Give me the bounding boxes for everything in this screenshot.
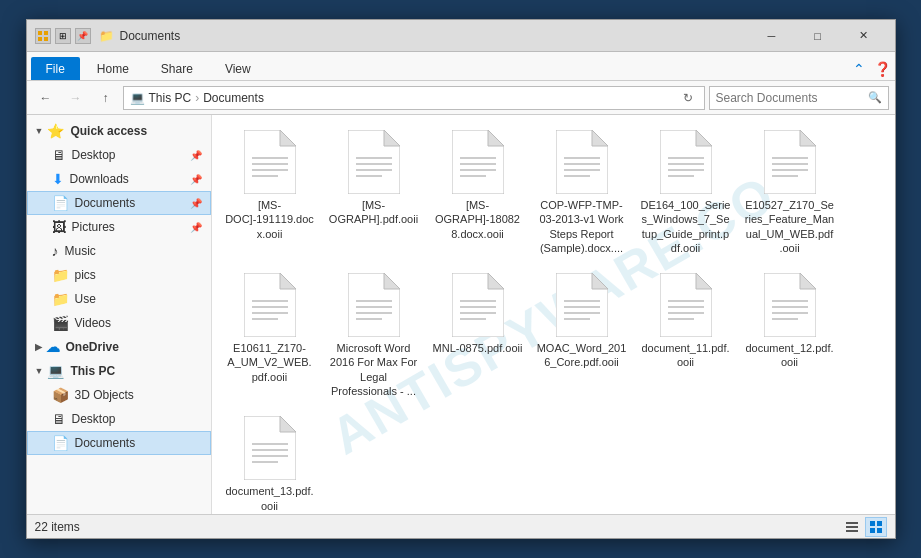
file-icon (452, 130, 504, 194)
search-icon: 🔍 (868, 91, 882, 104)
list-item[interactable]: document_11.pdf.ooii (636, 266, 736, 405)
sidebar-item-use[interactable]: 📁 Use (27, 287, 211, 311)
svg-rect-3 (44, 37, 48, 41)
svg-marker-29 (696, 130, 712, 146)
content-area: ANTISPYWARE.CO [MS-DOC]-191119.docx.ooii… (212, 115, 895, 514)
search-input[interactable] (716, 91, 864, 105)
list-item[interactable]: [MS-OGRAPH].pdf.ooii (324, 123, 424, 262)
sidebar-item-3dobjects[interactable]: 📦 3D Objects (27, 383, 211, 407)
thispc-header[interactable]: ▼ 💻 This PC (27, 359, 211, 383)
file-icon (348, 273, 400, 337)
file-icon (244, 130, 296, 194)
window-title: Documents (120, 29, 181, 43)
up-button[interactable]: ↑ (93, 86, 119, 110)
list-item[interactable]: Microsoft Word 2016 For Max For Legal Pr… (324, 266, 424, 405)
file-name: MNL-0875.pdf.ooii (433, 341, 523, 355)
explorer-window: ⊞ 📌 📁 Documents ─ □ ✕ File Home Share Vi… (26, 19, 896, 539)
thispc-label: This PC (70, 364, 115, 378)
file-name: document_11.pdf.ooii (641, 341, 731, 370)
desktop2-icon: 🖥 (52, 411, 66, 427)
pin-icon-4: 📌 (190, 222, 202, 233)
file-icon (348, 130, 400, 194)
list-item[interactable]: [MS-DOC]-191119.docx.ooii (220, 123, 320, 262)
onedrive-label: OneDrive (66, 340, 119, 354)
breadcrumb-icon: 💻 (130, 91, 145, 105)
minimize-button[interactable]: ─ (749, 20, 795, 52)
list-item[interactable]: MOAC_Word_2016_Core.pdf.ooii (532, 266, 632, 405)
sidebar-item-desktop2[interactable]: 🖥 Desktop (27, 407, 211, 431)
item-count: 22 items (35, 520, 80, 534)
maximize-button[interactable]: □ (795, 20, 841, 52)
file-icon (244, 416, 296, 480)
list-item[interactable]: [MS-OGRAPH]-180828.docx.ooii (428, 123, 528, 262)
list-item[interactable]: MNL-0875.pdf.ooii (428, 266, 528, 405)
pin-icon-2: 📌 (190, 174, 202, 185)
svg-marker-59 (592, 273, 608, 289)
file-icon (764, 273, 816, 337)
large-icons-view-button[interactable] (865, 517, 887, 537)
onedrive-header[interactable]: ▶ ☁ OneDrive (27, 335, 211, 359)
onedrive-chevron: ▶ (35, 342, 42, 352)
svg-rect-85 (870, 521, 875, 526)
sidebar-item-documents2[interactable]: 📄 Documents (27, 431, 211, 455)
sidebar-item-videos[interactable]: 🎬 Videos (27, 311, 211, 335)
quick-access-chevron: ▼ (35, 126, 44, 136)
search-box[interactable]: 🔍 (709, 86, 889, 110)
svg-rect-1 (44, 31, 48, 35)
thispc-icon: 💻 (47, 363, 64, 379)
window-controls: ─ □ ✕ (749, 20, 887, 52)
pin-icon-3: 📌 (190, 198, 202, 209)
downloads-icon: ⬇ (52, 171, 64, 187)
quick-access-header[interactable]: ▼ ⭐ Quick access (27, 119, 211, 143)
files-grid: [MS-DOC]-191119.docx.ooii [MS-OGRAPH].pd… (220, 123, 887, 514)
sidebar-item-documents[interactable]: 📄 Documents 📌 (27, 191, 211, 215)
file-icon (660, 130, 712, 194)
tab-view[interactable]: View (210, 57, 266, 80)
ribbon-tabs: File Home Share View ⌃ ❓ (27, 52, 895, 80)
svg-rect-0 (38, 31, 42, 35)
svg-marker-53 (488, 273, 504, 289)
svg-marker-23 (592, 130, 608, 146)
list-item[interactable]: E10611_Z170-A_UM_V2_WEB.pdf.ooii (220, 266, 320, 405)
list-item[interactable]: DE164_100_Series_Windows_7_Setup_Guide_p… (636, 123, 736, 262)
list-item[interactable]: document_13.pdf.ooii (220, 409, 320, 514)
music-icon: ♪ (52, 243, 59, 259)
address-box[interactable]: 💻 This PC › Documents ↻ (123, 86, 705, 110)
sidebar-item-downloads[interactable]: ⬇ Downloads 📌 (27, 167, 211, 191)
back-button[interactable]: ← (33, 86, 59, 110)
list-item[interactable]: E10527_Z170_Series_Feature_Manual_UM_WEB… (740, 123, 840, 262)
svg-rect-2 (38, 37, 42, 41)
onedrive-icon: ☁ (46, 339, 60, 355)
refresh-button[interactable]: ↻ (678, 88, 698, 108)
file-icon (764, 130, 816, 194)
svg-marker-77 (280, 416, 296, 432)
sidebar-item-pics[interactable]: 📁 pics (27, 263, 211, 287)
help-button[interactable]: ❓ (871, 57, 895, 81)
svg-rect-88 (877, 528, 882, 533)
videos-icon: 🎬 (52, 315, 69, 331)
thispc-chevron: ▼ (35, 366, 44, 376)
tab-file[interactable]: File (31, 57, 80, 80)
forward-button[interactable]: → (63, 86, 89, 110)
pics-icon: 📁 (52, 267, 69, 283)
list-item[interactable]: document_12.pdf.ooii (740, 266, 840, 405)
svg-rect-82 (846, 522, 858, 524)
file-icon (556, 273, 608, 337)
ribbon-collapse-btn[interactable]: ⌃ (847, 57, 871, 81)
quick-access-icon: ⊞ (55, 28, 71, 44)
sidebar-item-desktop[interactable]: 🖥 Desktop 📌 (27, 143, 211, 167)
file-icon (556, 130, 608, 194)
file-name: E10611_Z170-A_UM_V2_WEB.pdf.ooii (225, 341, 315, 384)
tab-share[interactable]: Share (146, 57, 208, 80)
sidebar-item-music[interactable]: ♪ Music (27, 239, 211, 263)
file-icon (244, 273, 296, 337)
file-name: document_13.pdf.ooii (225, 484, 315, 513)
folder-icon: 📁 (99, 29, 114, 43)
list-item[interactable]: COP-WFP-TMP-03-2013-v1 Work Steps Report… (532, 123, 632, 262)
sidebar-item-pictures[interactable]: 🖼 Pictures 📌 (27, 215, 211, 239)
breadcrumb-documents: Documents (203, 91, 264, 105)
svg-marker-41 (280, 273, 296, 289)
list-view-button[interactable] (841, 517, 863, 537)
tab-home[interactable]: Home (82, 57, 144, 80)
close-button[interactable]: ✕ (841, 20, 887, 52)
